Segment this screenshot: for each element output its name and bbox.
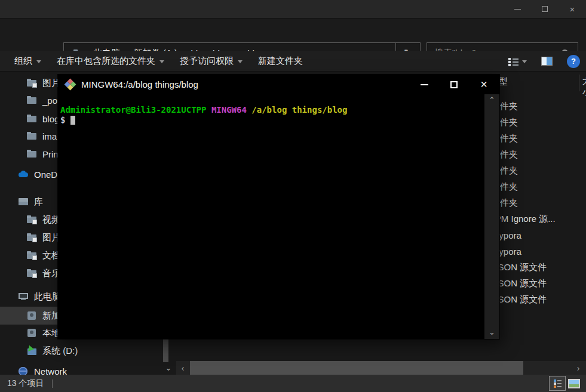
library-icon <box>18 197 29 206</box>
give-access-label: 授予访问权限 <box>180 55 234 67</box>
prompt-path: /a/blog things/blog <box>251 105 347 115</box>
view-list-icon[interactable] <box>508 57 518 66</box>
file-type-cell: JSON 源文件 <box>493 278 547 289</box>
command-bar: 组织 在库中包含所选的文件夹 授予访问权限 新建文件夹 ? <box>0 51 586 72</box>
scroll-down-icon[interactable]: ⌄ <box>484 328 499 337</box>
chevron-down-icon <box>159 60 164 63</box>
file-type-cell: JSON 源文件 <box>493 294 547 305</box>
new-folder-label: 新建文件夹 <box>258 55 303 67</box>
horizontal-scrollbar[interactable]: ‹ › <box>176 361 586 375</box>
status-bar: 13 个项目 <box>0 375 586 392</box>
terminal-maximize-icon[interactable] <box>445 75 463 94</box>
folder-icon <box>26 149 37 159</box>
sidebar-item-label: 此电脑 <box>34 291 61 303</box>
videos-folder-icon <box>26 215 37 224</box>
prompt-shell: MINGW64 <box>211 105 247 115</box>
folder-icon <box>26 114 37 124</box>
sidebar-item-label: blog <box>42 114 59 124</box>
sidebar-item-label: Prin <box>42 149 59 159</box>
close-icon[interactable]: × <box>559 0 586 18</box>
pictures-folder-icon <box>26 233 37 242</box>
organize-label: 组织 <box>14 55 32 67</box>
details-view-button[interactable] <box>549 376 566 391</box>
thumbnail-view-icon <box>568 379 580 388</box>
onedrive-cloud-icon <box>18 169 29 179</box>
column-header-size[interactable]: 大小 <box>582 76 586 98</box>
minimize-icon[interactable] <box>504 0 531 18</box>
sidebar-item-label: 系统 (D:) <box>42 345 78 357</box>
divider <box>52 379 53 388</box>
new-folder-button[interactable]: 新建文件夹 <box>258 55 303 67</box>
sidebar-item-label: _po <box>42 95 57 106</box>
this-pc-icon <box>18 292 29 301</box>
preview-pane-icon[interactable] <box>541 57 553 66</box>
file-type-cell: JSON 源文件 <box>493 262 547 273</box>
chevron-down-icon <box>36 60 41 63</box>
maximize-icon[interactable] <box>531 0 559 18</box>
terminal-minimize-icon[interactable] <box>415 75 433 94</box>
file-row-type[interactable]: JSON 源文件 <box>493 260 547 276</box>
terminal-close-icon[interactable]: × <box>475 75 493 94</box>
terminal-output[interactable]: Administrator@Bili3-2021UCTPP MINGW64 /a… <box>58 94 499 339</box>
help-button[interactable]: ? <box>567 55 580 68</box>
horizontal-scrollbar-thumb[interactable] <box>190 361 523 375</box>
folder-icon <box>26 78 37 88</box>
prompt-line-2: $ <box>60 115 481 125</box>
include-in-library-button[interactable]: 在库中包含所选的文件夹 <box>57 55 164 67</box>
scroll-left-icon[interactable]: ‹ <box>176 363 189 373</box>
folder-icon <box>26 131 37 141</box>
sidebar-scroll-down-icon[interactable]: ⌄ <box>160 361 177 375</box>
file-row-type[interactable]: JSON 源文件 <box>493 292 547 308</box>
chevron-down-icon <box>238 60 243 63</box>
details-view-icon <box>554 379 562 387</box>
terminal-title: MINGW64:/a/blog things/blog <box>81 79 198 89</box>
prompt-line-1: Administrator@Bili3-2021UCTPP MINGW64 /a… <box>60 105 481 115</box>
prompt-user-host: Administrator@Bili3-2021UCTPP <box>60 105 206 115</box>
sidebar-item-system-d[interactable]: 系统 (D:) <box>0 342 176 360</box>
thumbnail-view-button[interactable] <box>566 376 582 391</box>
sidebar-item-label: ima <box>42 131 57 141</box>
navigation-bar: ← → ⌄ › 此电脑 › 新加卷 (A:) › blog things › b… <box>0 18 586 51</box>
terminal-cursor <box>70 116 75 125</box>
system-drive-icon <box>26 346 37 356</box>
sidebar-item-label: OneD <box>34 169 57 180</box>
file-row-type[interactable]: JSON 源文件 <box>493 276 547 292</box>
scroll-up-icon[interactable]: ⌃ <box>484 95 499 104</box>
organize-button[interactable]: 组织 <box>14 55 41 67</box>
music-folder-icon <box>26 268 37 278</box>
documents-folder-icon <box>26 251 37 260</box>
give-access-button[interactable]: 授予访问权限 <box>180 55 243 67</box>
prompt-char: $ <box>60 115 65 125</box>
drive-icon <box>26 328 37 338</box>
msys2-app-icon <box>65 79 76 91</box>
sidebar-item-label: 库 <box>34 196 43 208</box>
scroll-right-icon[interactable]: › <box>572 363 585 373</box>
drive-icon <box>26 311 37 320</box>
column-separator[interactable] <box>579 75 579 91</box>
view-dropdown-icon[interactable] <box>522 60 527 63</box>
mintty-terminal-window[interactable]: MINGW64:/a/blog things/blog × Administra… <box>58 75 499 339</box>
items-count: 13 个项目 <box>7 378 44 389</box>
terminal-scrollbar[interactable]: ⌃ ⌄ <box>484 94 499 339</box>
include-in-library-label: 在库中包含所选的文件夹 <box>57 55 155 67</box>
explorer-titlebar: × <box>0 0 586 18</box>
terminal-titlebar[interactable]: MINGW64:/a/blog things/blog × <box>58 75 499 94</box>
folder-icon <box>26 95 37 105</box>
sidebar-scrollbar-thumb[interactable] <box>163 337 168 362</box>
